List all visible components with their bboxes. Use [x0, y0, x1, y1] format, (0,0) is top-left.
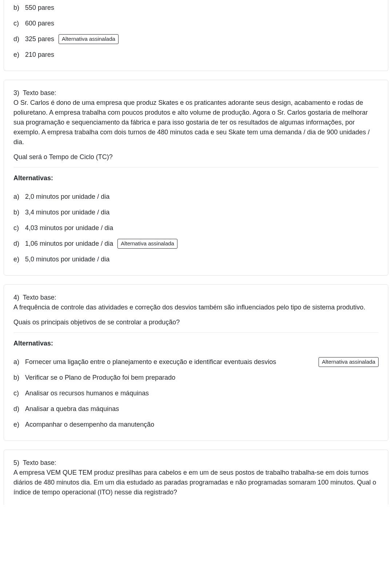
alternative-letter: b) [13, 373, 21, 383]
alternative-letter: c) [13, 388, 21, 398]
alternative-text: Verificar se o Plano de Produção foi bem… [25, 373, 175, 383]
alternative-text: 2,0 minutos por unidade / dia [25, 192, 109, 202]
alternative-text: 3,4 minutos por unidade / dia [25, 208, 109, 217]
alternative-item: e) 5,0 minutos por unidade / dia [13, 252, 379, 267]
marked-badge: Alternativa assinalada [59, 34, 119, 44]
alternative-letter: e) [13, 420, 21, 430]
question-prompt: Qual será o Tempo de Ciclo (TC)? [13, 152, 379, 162]
marked-badge: Alternativa assinalada [117, 239, 177, 249]
alternatives-list: a) Fornecer uma ligação entre o planejam… [13, 354, 379, 432]
alternative-item: e) 210 pares [13, 47, 379, 63]
base-text: A frequência de controle das atividades … [13, 304, 365, 311]
alternative-text: 210 pares [25, 50, 54, 60]
alternative-letter: d) [13, 404, 21, 414]
alternative-item: d) 325 pares Alternativa assinalada [13, 31, 379, 47]
base-text: A empresa VEM QUE TEM produz presilhas p… [13, 469, 376, 496]
alternative-item: b) 3,4 minutos por unidade / dia [13, 205, 379, 220]
alternative-letter: b) [13, 208, 21, 217]
alternatives-heading: Alternativas: [13, 339, 379, 348]
alternative-item: c) 4,03 minutos por unidade / dia [13, 220, 379, 236]
alternative-item: b) 550 pares [13, 0, 379, 16]
alternative-text: 4,03 minutos por unidade / dia [25, 223, 113, 233]
base-label: Texto base: [23, 459, 56, 466]
alternative-text: 550 pares [25, 3, 54, 13]
question-base: 3) Texto base: O Sr. Carlos é dono de um… [13, 88, 379, 147]
alternative-item: d) 1,06 minutos por unidade / dia Altern… [13, 236, 379, 252]
alternative-text: Analisar a quebra das máquinas [25, 404, 119, 414]
alternative-letter: b) [13, 3, 21, 13]
base-label: Texto base: [23, 294, 56, 301]
alternative-text: Acompanhar o desempenho da manutenção [25, 420, 154, 430]
question-prompt: Quais os principais objetivos de se cont… [13, 317, 379, 327]
alternative-item: c) Analisar os recursos humanos e máquin… [13, 386, 379, 401]
alternative-text: Analisar os recursos humanos e máquinas [25, 388, 149, 398]
alternative-item: a) 2,0 minutos por unidade / dia [13, 189, 379, 205]
alternative-item: c) 600 pares [13, 16, 379, 31]
alternative-text: 325 pares [25, 34, 54, 44]
question-base: 4) Texto base: A frequência de controle … [13, 293, 379, 312]
marked-badge: Alternativa assinalada [319, 357, 379, 367]
alternative-text: 1,06 minutos por unidade / dia [25, 239, 113, 249]
alternative-letter: c) [13, 19, 21, 28]
alternative-letter: a) [13, 192, 21, 202]
separator [13, 167, 379, 167]
alternative-letter: d) [13, 239, 21, 249]
base-label: Texto base: [23, 89, 56, 96]
alternative-letter: e) [13, 254, 21, 264]
question-card-3: 3) Texto base: O Sr. Carlos é dono de um… [4, 80, 388, 276]
alternatives-list: a) 2,0 minutos por unidade / dia b) 3,4 … [13, 189, 379, 267]
alternatives-heading: Alternativas: [13, 173, 379, 183]
alternative-item: e) Acompanhar o desempenho da manutenção [13, 417, 379, 432]
alternative-text: 600 pares [25, 19, 54, 28]
alternative-letter: c) [13, 223, 21, 233]
alternative-letter: d) [13, 34, 21, 44]
alternatives-list: b) 550 pares c) 600 pares d) 325 pares A… [13, 0, 379, 63]
alternative-item: b) Verificar se o Plano de Produção foi … [13, 370, 379, 386]
separator [13, 332, 379, 333]
alternative-text: Fornecer uma ligação entre o planejament… [25, 357, 308, 367]
question-card-5-partial: 5) Texto base: A empresa VEM QUE TEM pro… [4, 450, 388, 505]
base-text: O Sr. Carlos é dono de uma empresa que p… [13, 99, 370, 146]
alternative-letter: a) [13, 357, 21, 367]
alternative-letter: e) [13, 50, 21, 60]
question-number: 4) [13, 294, 19, 301]
alternative-item: d) Analisar a quebra das máquinas [13, 401, 379, 417]
question-card-2-partial: b) 550 pares c) 600 pares d) 325 pares A… [4, 0, 388, 71]
question-base: 5) Texto base: A empresa VEM QUE TEM pro… [13, 458, 379, 497]
question-card-4: 4) Texto base: A frequência de controle … [4, 284, 388, 441]
alternative-text: 5,0 minutos por unidade / dia [25, 254, 109, 264]
question-number: 3) [13, 89, 19, 96]
alternative-item: a) Fornecer uma ligação entre o planejam… [13, 354, 379, 370]
question-number: 5) [13, 459, 19, 466]
